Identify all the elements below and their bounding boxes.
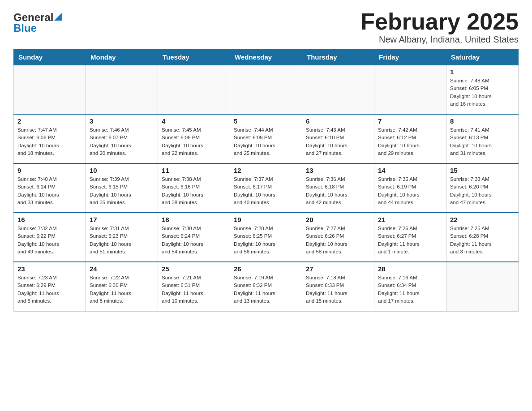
logo-blue-text: Blue <box>13 22 37 34</box>
calendar-day-cell: 24Sunrise: 7:22 AM Sunset: 6:30 PM Dayli… <box>86 262 158 311</box>
calendar-day-cell: 11Sunrise: 7:38 AM Sunset: 6:16 PM Dayli… <box>158 163 230 213</box>
calendar-day-cell: 3Sunrise: 7:46 AM Sunset: 6:07 PM Daylig… <box>86 114 158 163</box>
day-number: 2 <box>17 117 82 125</box>
day-info: Sunrise: 7:45 AM Sunset: 6:08 PM Dayligh… <box>162 126 226 157</box>
calendar-day-cell: 25Sunrise: 7:21 AM Sunset: 6:31 PM Dayli… <box>158 262 230 311</box>
day-info: Sunrise: 7:26 AM Sunset: 6:27 PM Dayligh… <box>378 225 442 256</box>
day-number: 26 <box>234 265 298 273</box>
day-info: Sunrise: 7:21 AM Sunset: 6:31 PM Dayligh… <box>162 274 226 305</box>
calendar-day-cell: 7Sunrise: 7:42 AM Sunset: 6:12 PM Daylig… <box>374 114 446 163</box>
day-number: 15 <box>450 167 515 174</box>
calendar-day-cell: 1Sunrise: 7:48 AM Sunset: 6:05 PM Daylig… <box>446 65 519 114</box>
day-info: Sunrise: 7:38 AM Sunset: 6:16 PM Dayligh… <box>162 176 226 206</box>
day-info: Sunrise: 7:37 AM Sunset: 6:17 PM Dayligh… <box>234 176 298 206</box>
page-subtitle: New Albany, Indiana, United States <box>360 34 519 45</box>
day-info: Sunrise: 7:44 AM Sunset: 6:09 PM Dayligh… <box>234 126 298 157</box>
day-number: 13 <box>306 167 370 174</box>
calendar-day-cell: 23Sunrise: 7:23 AM Sunset: 6:29 PM Dayli… <box>14 262 86 311</box>
day-info: Sunrise: 7:43 AM Sunset: 6:10 PM Dayligh… <box>306 126 370 157</box>
svg-marker-0 <box>54 13 62 21</box>
calendar-week-row: 1Sunrise: 7:48 AM Sunset: 6:05 PM Daylig… <box>14 65 519 114</box>
day-number: 24 <box>90 265 154 273</box>
calendar-day-cell: 20Sunrise: 7:27 AM Sunset: 6:26 PM Dayli… <box>302 213 374 262</box>
weekday-header: Friday <box>374 50 446 65</box>
day-number: 21 <box>378 216 442 223</box>
weekday-header: Wednesday <box>230 50 302 65</box>
day-number: 6 <box>306 117 370 125</box>
calendar-day-cell: 28Sunrise: 7:16 AM Sunset: 6:34 PM Dayli… <box>374 262 446 311</box>
day-info: Sunrise: 7:39 AM Sunset: 6:15 PM Dayligh… <box>90 176 154 206</box>
page-title: February 2025 <box>360 9 519 34</box>
weekday-header: Monday <box>86 50 158 65</box>
day-number: 14 <box>378 167 442 174</box>
day-info: Sunrise: 7:22 AM Sunset: 6:30 PM Dayligh… <box>90 274 154 305</box>
day-info: Sunrise: 7:25 AM Sunset: 6:28 PM Dayligh… <box>450 225 515 256</box>
day-info: Sunrise: 7:30 AM Sunset: 6:24 PM Dayligh… <box>162 225 226 256</box>
day-number: 16 <box>17 216 82 223</box>
day-number: 12 <box>234 167 298 174</box>
weekday-header: Tuesday <box>158 50 230 65</box>
day-info: Sunrise: 7:32 AM Sunset: 6:22 PM Dayligh… <box>17 225 82 256</box>
logo-arrow-icon <box>54 13 62 21</box>
calendar-day-cell: 6Sunrise: 7:43 AM Sunset: 6:10 PM Daylig… <box>302 114 374 163</box>
day-number: 20 <box>306 216 370 223</box>
calendar-week-row: 2Sunrise: 7:47 AM Sunset: 6:06 PM Daylig… <box>14 114 519 163</box>
day-info: Sunrise: 7:47 AM Sunset: 6:06 PM Dayligh… <box>17 126 82 157</box>
calendar-day-cell: 19Sunrise: 7:28 AM Sunset: 6:25 PM Dayli… <box>230 213 302 262</box>
calendar-day-cell: 9Sunrise: 7:40 AM Sunset: 6:14 PM Daylig… <box>14 163 86 213</box>
calendar-day-cell: 22Sunrise: 7:25 AM Sunset: 6:28 PM Dayli… <box>446 213 519 262</box>
day-info: Sunrise: 7:23 AM Sunset: 6:29 PM Dayligh… <box>17 274 82 305</box>
day-number: 4 <box>162 117 226 125</box>
calendar-day-cell <box>374 65 446 114</box>
calendar-week-row: 9Sunrise: 7:40 AM Sunset: 6:14 PM Daylig… <box>14 163 519 213</box>
day-number: 18 <box>162 216 226 223</box>
day-info: Sunrise: 7:42 AM Sunset: 6:12 PM Dayligh… <box>378 126 442 157</box>
weekday-header: Thursday <box>302 50 374 65</box>
weekday-header: Sunday <box>14 50 86 65</box>
calendar-day-cell: 18Sunrise: 7:30 AM Sunset: 6:24 PM Dayli… <box>158 213 230 262</box>
calendar-day-cell: 4Sunrise: 7:45 AM Sunset: 6:08 PM Daylig… <box>158 114 230 163</box>
day-number: 10 <box>90 167 154 174</box>
day-info: Sunrise: 7:46 AM Sunset: 6:07 PM Dayligh… <box>90 126 154 157</box>
calendar-day-cell: 13Sunrise: 7:36 AM Sunset: 6:18 PM Dayli… <box>302 163 374 213</box>
day-info: Sunrise: 7:28 AM Sunset: 6:25 PM Dayligh… <box>234 225 298 256</box>
calendar-day-cell <box>230 65 302 114</box>
calendar-week-row: 16Sunrise: 7:32 AM Sunset: 6:22 PM Dayli… <box>14 213 519 262</box>
calendar-day-cell <box>14 65 86 114</box>
calendar-day-cell: 27Sunrise: 7:18 AM Sunset: 6:33 PM Dayli… <box>302 262 374 311</box>
day-number: 22 <box>450 216 515 223</box>
calendar-day-cell <box>86 65 158 114</box>
calendar-header-row: SundayMondayTuesdayWednesdayThursdayFrid… <box>14 50 519 65</box>
day-number: 9 <box>17 167 82 174</box>
day-number: 17 <box>90 216 154 223</box>
calendar-day-cell <box>446 262 519 311</box>
day-info: Sunrise: 7:16 AM Sunset: 6:34 PM Dayligh… <box>378 274 442 305</box>
day-number: 28 <box>378 265 442 273</box>
calendar-day-cell: 8Sunrise: 7:41 AM Sunset: 6:13 PM Daylig… <box>446 114 519 163</box>
calendar-day-cell: 14Sunrise: 7:35 AM Sunset: 6:19 PM Dayli… <box>374 163 446 213</box>
day-info: Sunrise: 7:35 AM Sunset: 6:19 PM Dayligh… <box>378 176 442 206</box>
day-number: 8 <box>450 117 515 125</box>
calendar-day-cell: 5Sunrise: 7:44 AM Sunset: 6:09 PM Daylig… <box>230 114 302 163</box>
title-area: February 2025 New Albany, Indiana, Unite… <box>360 9 519 45</box>
day-info: Sunrise: 7:40 AM Sunset: 6:14 PM Dayligh… <box>17 176 82 206</box>
calendar-day-cell: 26Sunrise: 7:19 AM Sunset: 6:32 PM Dayli… <box>230 262 302 311</box>
day-info: Sunrise: 7:33 AM Sunset: 6:20 PM Dayligh… <box>450 176 515 206</box>
calendar-day-cell <box>158 65 230 114</box>
calendar-day-cell: 15Sunrise: 7:33 AM Sunset: 6:20 PM Dayli… <box>446 163 519 213</box>
day-info: Sunrise: 7:41 AM Sunset: 6:13 PM Dayligh… <box>450 126 515 157</box>
logo: General Blue <box>13 9 62 34</box>
day-info: Sunrise: 7:19 AM Sunset: 6:32 PM Dayligh… <box>234 274 298 305</box>
day-number: 27 <box>306 265 370 273</box>
calendar-day-cell <box>302 65 374 114</box>
calendar-week-row: 23Sunrise: 7:23 AM Sunset: 6:29 PM Dayli… <box>14 262 519 311</box>
day-info: Sunrise: 7:36 AM Sunset: 6:18 PM Dayligh… <box>306 176 370 206</box>
day-number: 1 <box>450 68 515 76</box>
day-number: 25 <box>162 265 226 273</box>
day-number: 11 <box>162 167 226 174</box>
calendar-day-cell: 10Sunrise: 7:39 AM Sunset: 6:15 PM Dayli… <box>86 163 158 213</box>
day-number: 5 <box>234 117 298 125</box>
day-info: Sunrise: 7:18 AM Sunset: 6:33 PM Dayligh… <box>306 274 370 305</box>
calendar-day-cell: 12Sunrise: 7:37 AM Sunset: 6:17 PM Dayli… <box>230 163 302 213</box>
day-info: Sunrise: 7:31 AM Sunset: 6:23 PM Dayligh… <box>90 225 154 256</box>
